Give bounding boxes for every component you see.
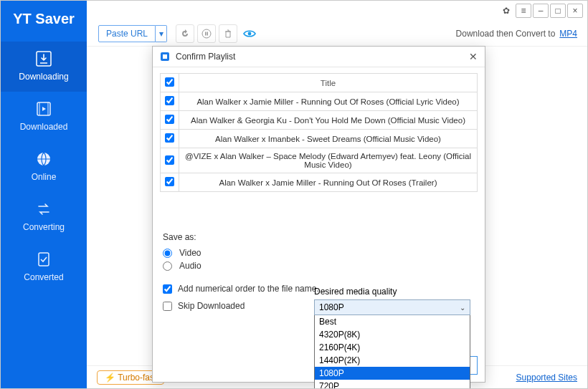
- quality-option[interactable]: Best: [315, 315, 470, 328]
- radio-audio-input[interactable]: [163, 261, 172, 271]
- dialog-header: Confirm Playlist ✕: [153, 47, 485, 67]
- select-all-checkbox[interactable]: [165, 77, 174, 87]
- table-row: Alan Walker x Jamie Miller - Running Out…: [161, 92, 478, 111]
- radio-video[interactable]: Video: [163, 248, 475, 258]
- sidebar-item-downloaded[interactable]: Downloaded: [1, 92, 87, 142]
- dialog-close-button[interactable]: ✕: [469, 51, 478, 62]
- table-row: Alan Walker x Jamie Miller - Running Out…: [161, 173, 478, 192]
- file-check-icon: [34, 251, 53, 268]
- svg-rect-7: [39, 253, 49, 266]
- playlist-icon: [160, 52, 170, 62]
- quality-option[interactable]: 720P: [315, 380, 470, 389]
- svg-rect-9: [205, 32, 207, 35]
- title-column-header: Title: [179, 74, 478, 92]
- minimize-button[interactable]: –: [533, 4, 549, 18]
- save-as-label: Save as:: [163, 232, 475, 242]
- toolbar: Paste URL ▾ Download then Convert to MP4: [87, 21, 587, 47]
- quality-section: Desired media quality 1080P ⌄ Best4320P(…: [314, 287, 470, 315]
- titlebar: ✿ ≡ – □ ×: [87, 1, 587, 21]
- chevron-down-icon: ⌄: [460, 304, 465, 312]
- dialog-title: Confirm Playlist: [176, 52, 235, 62]
- row-title: Alan Walker x Imanbek - Sweet Dreams (Of…: [179, 130, 478, 148]
- convert-icon: [34, 201, 53, 218]
- sidebar-item-label: Online: [32, 172, 57, 182]
- row-title: @VIZE x Alan Walker – Space Melody (Edwa…: [179, 148, 478, 173]
- sidebar-item-label: Downloaded: [20, 122, 68, 132]
- sidebar-item-label: Converted: [24, 272, 63, 282]
- row-checkbox[interactable]: [165, 155, 174, 165]
- svg-point-11: [248, 32, 252, 35]
- delete-button[interactable]: [219, 24, 237, 43]
- row-title: Alan Walker & Georgia Ku - Don't You Hol…: [179, 111, 478, 130]
- preview-button[interactable]: [240, 24, 259, 43]
- sidebar-item-converting[interactable]: Converting: [1, 192, 87, 242]
- maximize-button[interactable]: □: [550, 4, 566, 18]
- app-logo: YT Saver: [7, 1, 80, 42]
- row-title: Alan Walker x Jamie Miller - Running Out…: [179, 92, 478, 111]
- table-row: Alan Walker & Georgia Ku - Don't You Hol…: [161, 111, 478, 130]
- row-checkbox[interactable]: [165, 115, 174, 124]
- menu-button[interactable]: ≡: [516, 4, 531, 18]
- sidebar-item-converted[interactable]: Converted: [1, 242, 87, 292]
- settings-button[interactable]: ✿: [498, 4, 514, 18]
- quality-option[interactable]: 4320P(8K): [315, 328, 470, 341]
- paste-url-group: Paste URL ▾: [98, 25, 167, 42]
- confirm-playlist-dialog: Confirm Playlist ✕ Title Alan Walker x J…: [152, 46, 485, 383]
- convert-label: Download then Convert to: [456, 29, 556, 39]
- quality-dropdown: Best4320P(8K)2160P(4K)1440P(2K)1080P720P…: [314, 315, 470, 389]
- playlist-table-wrap: Title Alan Walker x Jamie Miller - Runni…: [153, 67, 485, 226]
- radio-video-input[interactable]: [163, 249, 172, 258]
- supported-sites-link[interactable]: Supported Sites: [516, 373, 577, 383]
- sidebar-item-downloading[interactable]: Downloading: [1, 42, 87, 92]
- undo-button[interactable]: [176, 24, 194, 43]
- row-checkbox[interactable]: [165, 96, 174, 105]
- sidebar-item-label: Downloading: [19, 72, 68, 82]
- sidebar: YT Saver Downloading Downloaded Online C…: [1, 1, 87, 388]
- quality-select[interactable]: 1080P ⌄: [314, 299, 470, 315]
- sidebar-item-label: Converting: [23, 222, 65, 232]
- globe-icon: [34, 150, 53, 168]
- quality-option[interactable]: 1440P(2K): [315, 354, 470, 367]
- pause-button[interactable]: [197, 24, 216, 43]
- svg-rect-10: [207, 32, 209, 35]
- svg-point-8: [202, 29, 211, 38]
- download-icon: [34, 50, 54, 67]
- quality-option[interactable]: 2160P(4K): [315, 341, 470, 354]
- quality-label: Desired media quality: [314, 287, 470, 297]
- table-row: @VIZE x Alan Walker – Space Melody (Edwa…: [161, 148, 478, 173]
- row-checkbox[interactable]: [165, 177, 174, 186]
- paste-url-dropdown[interactable]: ▾: [156, 25, 167, 42]
- svg-marker-5: [42, 107, 46, 111]
- playlist-table: Title Alan Walker x Jamie Miller - Runni…: [160, 73, 478, 192]
- film-icon: [34, 100, 54, 117]
- sidebar-item-online[interactable]: Online: [1, 142, 87, 192]
- quality-option[interactable]: 1080P: [315, 367, 470, 380]
- radio-audio[interactable]: Audio: [163, 261, 475, 271]
- convert-format-link[interactable]: MP4: [559, 29, 577, 39]
- close-button[interactable]: ×: [567, 4, 583, 18]
- row-checkbox[interactable]: [165, 133, 174, 143]
- row-title: Alan Walker x Jamie Miller - Running Out…: [179, 173, 478, 192]
- table-row: Alan Walker x Imanbek - Sweet Dreams (Of…: [161, 130, 478, 148]
- svg-rect-13: [163, 54, 167, 59]
- paste-url-button[interactable]: Paste URL: [98, 25, 156, 42]
